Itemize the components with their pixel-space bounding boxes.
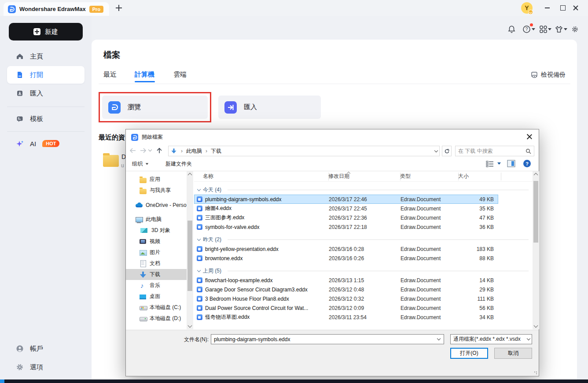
list-view-icon[interactable] xyxy=(486,160,494,167)
notifications-bell-icon[interactable] xyxy=(506,24,517,34)
breadcrumb-this-pc[interactable]: 此电脑 xyxy=(186,147,202,155)
tree-item[interactable]: 此电脑 xyxy=(126,214,187,225)
column-name[interactable]: 名称 xyxy=(194,173,328,180)
filetype-dropdown[interactable]: 通用檔案(*.eddx *.edx *.vsdx xyxy=(450,334,532,344)
tab-recent[interactable]: 最近 xyxy=(103,70,117,79)
theme-shirt-icon[interactable] xyxy=(554,24,564,34)
column-size[interactable]: 大小 xyxy=(458,173,498,180)
new-tab-button[interactable] xyxy=(115,4,122,11)
file-row[interactable]: Dual Power Source Control Circuit for Wa… xyxy=(194,303,498,313)
file-row[interactable]: 3 Bedroom House Floor Plan8.eddx 2026/3/… xyxy=(194,294,498,303)
breadcrumb-separator: › xyxy=(205,148,208,154)
scrollbar-thumb[interactable] xyxy=(187,221,192,291)
back-icon[interactable] xyxy=(129,146,137,155)
folder-icon[interactable] xyxy=(103,155,119,167)
tab-computer[interactable]: 計算機 xyxy=(135,70,154,79)
edraw-file-icon xyxy=(197,215,202,221)
tree-item[interactable]: 网络 xyxy=(126,328,187,329)
group-header-lastweek[interactable]: 上周 (5) xyxy=(194,266,533,276)
file-row[interactable]: 三面图参考.eddx 2026/3/17 22:36 Edraw.Documen… xyxy=(194,213,498,222)
group-header-today[interactable]: 今天 (4) xyxy=(194,185,533,195)
list-scrollbar[interactable] xyxy=(533,171,539,329)
tree-item[interactable]: 下载 xyxy=(126,269,187,280)
search-input[interactable] xyxy=(458,148,526,154)
edraw-file-icon xyxy=(197,314,202,320)
covered-file-subtext: u xyxy=(121,162,124,169)
sidebar-item-home[interactable]: 主頁 xyxy=(7,48,85,65)
scroll-up-icon[interactable] xyxy=(188,173,192,177)
address-caret-icon[interactable] xyxy=(434,148,438,152)
tree-item[interactable]: 桌面 xyxy=(126,291,187,302)
tree-item[interactable]: 本地磁盘 (C:) xyxy=(126,302,187,313)
file-row[interactable]: symbols-for-valve.eddx 2026/3/17 22:18 E… xyxy=(194,222,498,232)
column-type[interactable]: 类型 xyxy=(400,173,458,180)
file-row[interactable]: Garage Door Sensor Circuit Diagram3.eddx… xyxy=(194,285,498,294)
help-notification-dot xyxy=(530,23,533,26)
file-row[interactable]: flowchart-loop-example.eddx 2026/3/13 1:… xyxy=(194,276,498,285)
dialog-help-icon[interactable]: ? xyxy=(523,159,531,168)
new-document-button[interactable]: 新建 xyxy=(9,23,83,41)
sidebar-item-open[interactable]: 打開 xyxy=(7,66,85,84)
apps-grid-icon[interactable] xyxy=(538,24,548,34)
open-button[interactable]: 打开(O) xyxy=(450,348,488,359)
minimize-button[interactable] xyxy=(542,4,552,11)
cancel-button[interactable]: 取消 xyxy=(494,348,532,359)
history-caret-icon[interactable] xyxy=(149,150,151,151)
address-bar[interactable]: › 此电脑 › 下载 xyxy=(168,146,440,156)
apps-caret-icon[interactable] xyxy=(548,28,551,30)
tree-item[interactable]: 本地磁盘 (D:) xyxy=(126,313,187,324)
search-box[interactable] xyxy=(455,146,534,156)
tree-item[interactable]: 应用 xyxy=(126,174,187,185)
tree-item[interactable]: 音乐 xyxy=(126,280,187,291)
organize-menu[interactable]: 组织 xyxy=(132,160,149,168)
filename-input[interactable] xyxy=(211,336,437,342)
settings-gear-icon[interactable] xyxy=(570,24,580,34)
theme-caret-icon[interactable] xyxy=(564,28,567,30)
preview-pane-icon[interactable] xyxy=(507,160,515,167)
forward-icon[interactable] xyxy=(139,146,147,155)
column-date[interactable]: 修改日期 xyxy=(328,173,400,180)
import-tile[interactable]: 匯入 xyxy=(218,96,321,119)
refresh-icon[interactable] xyxy=(442,146,452,156)
view-backup-button[interactable]: 檢視備份 xyxy=(531,71,566,79)
app-tab[interactable]: Wondershare EdrawMax Pro xyxy=(4,2,109,16)
tree-item[interactable]: OneDrive - Perso xyxy=(126,199,187,210)
scroll-up-icon[interactable] xyxy=(534,173,538,177)
filename-caret-icon[interactable] xyxy=(437,337,441,340)
file-row[interactable]: 繪圖4.eddx 2026/3/17 22:45 Edraw.Document … xyxy=(194,204,498,213)
breadcrumb-downloads[interactable]: 下载 xyxy=(211,147,221,155)
scroll-down-icon[interactable] xyxy=(534,324,538,328)
dialog-close-icon[interactable] xyxy=(525,132,534,141)
resize-grip[interactable] xyxy=(534,371,537,375)
help-caret-icon[interactable] xyxy=(532,28,535,30)
sidebar-item-options[interactable]: 選項 xyxy=(7,358,85,376)
sidebar-item-import[interactable]: 匯入 xyxy=(7,85,85,102)
tree-item[interactable]: 视频 xyxy=(126,236,187,247)
scrollbar-thumb[interactable] xyxy=(533,181,538,243)
folder-icon xyxy=(140,189,147,194)
sidebar-item-account[interactable]: 帳戶 xyxy=(7,340,85,357)
view-caret-icon[interactable] xyxy=(497,162,501,165)
tree-item[interactable]: 图片 xyxy=(126,247,187,258)
file-row[interactable]: 怪奇物语草图.eddx 2026/3/11 23:54 Edraw.Docume… xyxy=(194,313,498,322)
tree-item[interactable]: 3D 对象 xyxy=(126,225,187,236)
video-icon xyxy=(140,238,147,245)
maximize-button[interactable] xyxy=(558,4,568,11)
file-row[interactable]: plumbing-daigram-symbols.eddx 2026/3/17 … xyxy=(194,195,498,204)
pro-badge: Pro xyxy=(89,6,103,13)
up-icon[interactable] xyxy=(155,146,164,155)
new-folder-button[interactable]: 新建文件夹 xyxy=(165,160,192,168)
close-button[interactable] xyxy=(572,4,579,11)
file-row[interactable]: bright-yellow-presentation.eddx 2026/3/1… xyxy=(194,244,498,254)
tree-item[interactable]: 文档 xyxy=(126,258,187,269)
sidebar-item-ai[interactable]: AI HOT xyxy=(7,135,85,152)
group-header-yesterday[interactable]: 昨天 (2) xyxy=(194,235,533,244)
file-row[interactable]: browntone.eddx 2026/3/16 0:26 Edraw.Docu… xyxy=(194,254,498,263)
filename-field[interactable] xyxy=(211,334,444,344)
sidebar-item-templates[interactable]: 模板 xyxy=(7,110,85,128)
tree-scrollbar[interactable] xyxy=(187,171,193,329)
tree-item[interactable]: 与我共享 xyxy=(126,185,187,196)
collapse-chevron-icon xyxy=(197,237,201,240)
scroll-down-icon[interactable] xyxy=(188,324,192,328)
tab-cloud[interactable]: 雲端 xyxy=(173,70,187,79)
